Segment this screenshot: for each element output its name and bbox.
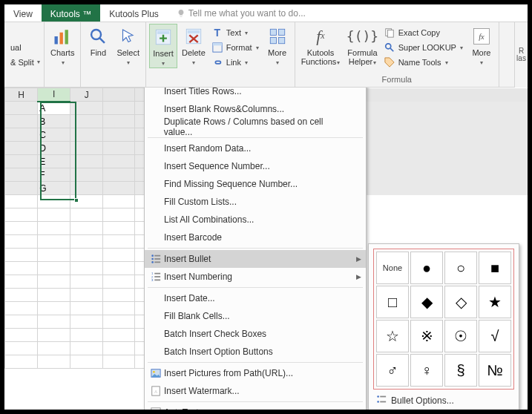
- cell-i3[interactable]: B: [38, 115, 70, 128]
- menu-insert-titles-rows[interactable]: Insert Titles Rows...: [145, 88, 366, 100]
- menu-batch-option-buttons[interactable]: Batch Insert Option Buttons: [145, 343, 366, 361]
- menu-separator: [148, 401, 363, 402]
- ribbon-partial-split[interactable]: & Split▾: [9, 57, 42, 68]
- delete-button[interactable]: Delete▾: [179, 24, 208, 67]
- menu-fill-custom-lists[interactable]: Fill Custom Lists...: [145, 193, 366, 211]
- kutools-functions-button[interactable]: fx KutoolsFunctions▾: [298, 24, 344, 67]
- link-icon: [211, 56, 223, 68]
- svg-rect-13: [270, 38, 276, 44]
- menu-batch-checkboxes[interactable]: Batch Insert Check Boxes: [145, 325, 366, 343]
- name-tools-button[interactable]: Name Tools▾: [382, 56, 464, 69]
- svg-rect-30: [154, 276, 160, 277]
- find-button[interactable]: Find: [84, 24, 112, 57]
- ribbon-overflow-hint: R las: [514, 22, 528, 88]
- submenu-arrow-icon: ▶: [356, 255, 361, 263]
- cell-i7[interactable]: F: [38, 168, 70, 182]
- bullet-reference-mark[interactable]: ※: [410, 320, 443, 352]
- tab-kutools-plus[interactable]: Kutools Plus: [100, 4, 168, 22]
- menu-list-combinations[interactable]: List All Combinations...: [145, 211, 366, 229]
- svg-rect-2: [65, 30, 68, 44]
- bullet-circled-dot[interactable]: ☉: [444, 320, 477, 352]
- insert-dropdown-menu: Insert Titles Rows... Insert Blank Rows&…: [144, 88, 367, 410]
- bullet-check[interactable]: √: [479, 320, 511, 352]
- menu-insert-random-data[interactable]: Insert Random Data...: [145, 139, 366, 157]
- menu-insert-bullet[interactable]: Insert Bullet ▶: [145, 250, 366, 268]
- bullet-options-button[interactable]: Bullet Options...: [373, 390, 514, 408]
- bullet-palette-grid: None ● ○ ■ □ ◆ ◇ ★ ☆ ※ ☉ √ ♂ ♀ § №: [373, 249, 514, 390]
- menu-find-missing-sequence[interactable]: Find Missing Sequence Number...: [145, 175, 366, 193]
- fill-handle[interactable]: [74, 198, 79, 203]
- menu-insert-barcode[interactable]: Insert Barcode: [145, 229, 366, 246]
- menu-insert-blank-rows-cols[interactable]: Insert Blank Rows&Columns...: [145, 100, 366, 118]
- bullet-filled-star[interactable]: ★: [479, 286, 511, 318]
- tab-kutools[interactable]: Kutools ™: [42, 4, 100, 22]
- cell-i2[interactable]: A: [38, 102, 70, 115]
- lightbulb-icon: [177, 9, 185, 18]
- menu-duplicate-rows-cols[interactable]: Duplicate Rows / Columns based on cell v…: [145, 118, 366, 136]
- insert-icon: [153, 27, 174, 47]
- select-button[interactable]: Select▾: [114, 24, 142, 67]
- menu-insert-date[interactable]: Insert Date...: [145, 289, 366, 307]
- more-formula-button[interactable]: fx More▾: [467, 24, 496, 67]
- menu-insert-watermark[interactable]: AInsert Watermark...: [145, 382, 366, 400]
- exact-copy-button[interactable]: Exact Copy: [382, 26, 464, 39]
- col-header-blank1[interactable]: [103, 88, 135, 102]
- format-button[interactable]: Format▾: [210, 41, 260, 54]
- bullet-filled-circle[interactable]: ●: [410, 252, 443, 284]
- insert-button[interactable]: Insert▾: [149, 24, 177, 68]
- svg-text:3: 3: [151, 278, 154, 282]
- bullet-numero[interactable]: №: [479, 354, 511, 387]
- svg-line-4: [100, 38, 105, 43]
- col-header-j[interactable]: J: [70, 88, 103, 102]
- bullet-filled-square[interactable]: ■: [479, 252, 511, 284]
- bullet-open-square[interactable]: □: [376, 286, 409, 318]
- cell-i4[interactable]: C: [38, 128, 70, 142]
- svg-rect-28: [154, 273, 160, 275]
- cell-i8[interactable]: G: [38, 182, 70, 195]
- svg-line-18: [390, 48, 393, 51]
- menu-autotext[interactable]: AutoText: [145, 404, 366, 410]
- text-button[interactable]: TText▾: [210, 26, 260, 39]
- svg-point-25: [151, 261, 154, 263]
- bullet-male[interactable]: ♂: [376, 354, 409, 387]
- menu-insert-pictures-url[interactable]: Insert Pictures from Path(URL)...: [145, 364, 366, 382]
- svg-rect-6: [157, 31, 169, 34]
- link-button[interactable]: Link▾: [210, 56, 260, 69]
- cursor-icon: [118, 26, 139, 47]
- spreadsheet-area[interactable]: H I J P Q R A B C D E F G: [4, 88, 528, 410]
- col-header-h[interactable]: H: [5, 88, 38, 102]
- cell-i5[interactable]: D: [38, 142, 70, 155]
- charts-button[interactable]: Charts▾: [47, 24, 77, 67]
- menu-insert-sequence-number[interactable]: Insert Sequence Number...: [145, 157, 366, 175]
- chart-icon: [52, 26, 73, 47]
- chevron-down-icon: ▾: [373, 59, 376, 66]
- svg-point-17: [385, 44, 390, 49]
- chevron-down-icon: ▾: [192, 59, 195, 66]
- menu-separator: [148, 362, 363, 363]
- tab-view[interactable]: View: [4, 4, 42, 22]
- bullet-list-icon: [148, 254, 164, 264]
- menu-insert-numbering[interactable]: 123 Insert Numbering ▶: [145, 268, 366, 286]
- menu-fill-blank-cells[interactable]: Fill Blank Cells...: [145, 307, 366, 325]
- braces-icon: {()}: [352, 26, 373, 47]
- bullet-female[interactable]: ♀: [410, 354, 443, 387]
- cell-i6[interactable]: E: [38, 155, 70, 168]
- svg-rect-14: [278, 38, 284, 44]
- bullet-open-circle[interactable]: ○: [444, 252, 477, 284]
- more-editing-button[interactable]: More▾: [263, 24, 292, 67]
- col-header-i[interactable]: I: [38, 88, 70, 102]
- bullet-none[interactable]: None: [376, 252, 409, 284]
- grid-icon: [267, 26, 288, 47]
- svg-point-34: [153, 371, 155, 373]
- svg-rect-24: [154, 258, 160, 260]
- delete-icon: [183, 26, 204, 47]
- bullet-open-star[interactable]: ☆: [376, 320, 409, 352]
- bullet-section[interactable]: §: [444, 354, 477, 387]
- svg-rect-26: [154, 262, 160, 263]
- bullet-filled-diamond[interactable]: ◆: [410, 286, 443, 318]
- ribbon-partial-1[interactable]: ual: [9, 42, 23, 53]
- formula-helper-button[interactable]: {()} FormulaHelper▾: [344, 24, 380, 67]
- super-lookup-button[interactable]: Super LOOKUP▾: [382, 41, 464, 54]
- tell-me-search[interactable]: Tell me what you want to do...: [168, 4, 306, 22]
- bullet-open-diamond[interactable]: ◇: [444, 286, 477, 318]
